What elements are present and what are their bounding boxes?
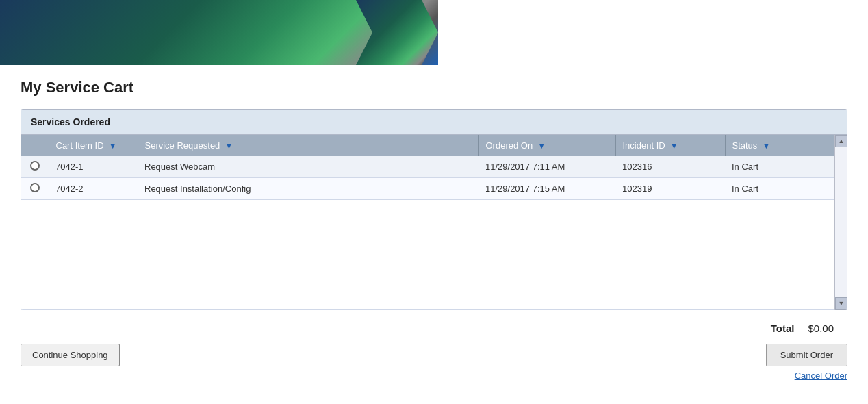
row2-service-requested: Request Installation/Config bbox=[138, 178, 478, 200]
table-row: 7042-1 Request Webcam 11/29/2017 7:11 AM… bbox=[21, 156, 834, 178]
row2-radio-button[interactable] bbox=[30, 183, 40, 192]
scrollbar-track bbox=[835, 147, 847, 297]
total-label: Total bbox=[771, 323, 795, 334]
table-wrapper: Cart Item ID ▼ Service Requested ▼ Order… bbox=[21, 135, 847, 310]
chevron-decoration bbox=[386, 4, 431, 62]
empty-row bbox=[21, 200, 834, 310]
header-banner bbox=[0, 0, 438, 65]
row1-service-requested: Request Webcam bbox=[138, 156, 478, 178]
page-title: My Service Cart bbox=[21, 79, 847, 97]
col-header-cart-item-id: Cart Item ID ▼ bbox=[49, 135, 138, 156]
scrollbar-down-button[interactable]: ▼ bbox=[835, 297, 847, 310]
right-buttons: Submit Order Cancel Order bbox=[766, 344, 847, 381]
filter-icon-status[interactable]: ▼ bbox=[763, 142, 770, 150]
cart-container: Services Ordered Cart Item ID ▼ Service … bbox=[21, 109, 847, 310]
row2-radio-cell bbox=[21, 178, 49, 200]
buttons-row: Continue Shopping Submit Order Cancel Or… bbox=[21, 344, 847, 381]
row1-radio-button[interactable] bbox=[30, 161, 40, 171]
header-row: Cart Item ID ▼ Service Requested ▼ Order… bbox=[21, 135, 834, 156]
row2-incident-id: 102319 bbox=[615, 178, 725, 200]
filter-icon-cart-id[interactable]: ▼ bbox=[109, 142, 116, 150]
filter-icon-ordered[interactable]: ▼ bbox=[538, 142, 546, 150]
col-header-ordered-on: Ordered On ▼ bbox=[478, 135, 615, 156]
total-row: Total $0.00 bbox=[21, 323, 847, 334]
row2-cart-item-id: 7042-2 bbox=[49, 178, 138, 200]
scrollbar: ▲ ▼ bbox=[834, 135, 847, 310]
page-content: My Service Cart Services Ordered Cart It… bbox=[0, 65, 868, 394]
row1-radio-cell bbox=[21, 156, 49, 178]
col-header-radio bbox=[21, 135, 49, 156]
row2-status: In Cart bbox=[725, 178, 834, 200]
table-body: 7042-1 Request Webcam 11/29/2017 7:11 AM… bbox=[21, 156, 834, 310]
table-header: Cart Item ID ▼ Service Requested ▼ Order… bbox=[21, 135, 834, 156]
col-header-status: Status ▼ bbox=[725, 135, 834, 156]
chevron-icon-1 bbox=[381, 4, 401, 62]
scrollbar-up-button[interactable]: ▲ bbox=[835, 135, 847, 147]
cart-section-header: Services Ordered bbox=[21, 110, 847, 135]
col-header-incident-id: Incident ID ▼ bbox=[615, 135, 725, 156]
table-main: Cart Item ID ▼ Service Requested ▼ Order… bbox=[21, 135, 834, 310]
total-amount: $0.00 bbox=[808, 323, 834, 334]
row1-ordered-on: 11/29/2017 7:11 AM bbox=[478, 156, 615, 178]
filter-icon-incident[interactable]: ▼ bbox=[670, 142, 678, 150]
row1-incident-id: 102316 bbox=[615, 156, 725, 178]
submit-order-button[interactable]: Submit Order bbox=[766, 344, 847, 366]
col-header-service-requested: Service Requested ▼ bbox=[138, 135, 478, 156]
chevron-icon-2 bbox=[396, 4, 416, 62]
chevron-icon-3 bbox=[411, 4, 431, 62]
continue-shopping-button[interactable]: Continue Shopping bbox=[21, 344, 120, 366]
filter-icon-service[interactable]: ▼ bbox=[225, 142, 233, 150]
cart-footer: Total $0.00 Continue Shopping Submit Ord… bbox=[21, 310, 847, 381]
row1-status: In Cart bbox=[725, 156, 834, 178]
row2-ordered-on: 11/29/2017 7:15 AM bbox=[478, 178, 615, 200]
cancel-order-button[interactable]: Cancel Order bbox=[795, 370, 847, 381]
cart-table: Cart Item ID ▼ Service Requested ▼ Order… bbox=[21, 135, 834, 310]
table-row: 7042-2 Request Installation/Config 11/29… bbox=[21, 178, 834, 200]
row1-cart-item-id: 7042-1 bbox=[49, 156, 138, 178]
